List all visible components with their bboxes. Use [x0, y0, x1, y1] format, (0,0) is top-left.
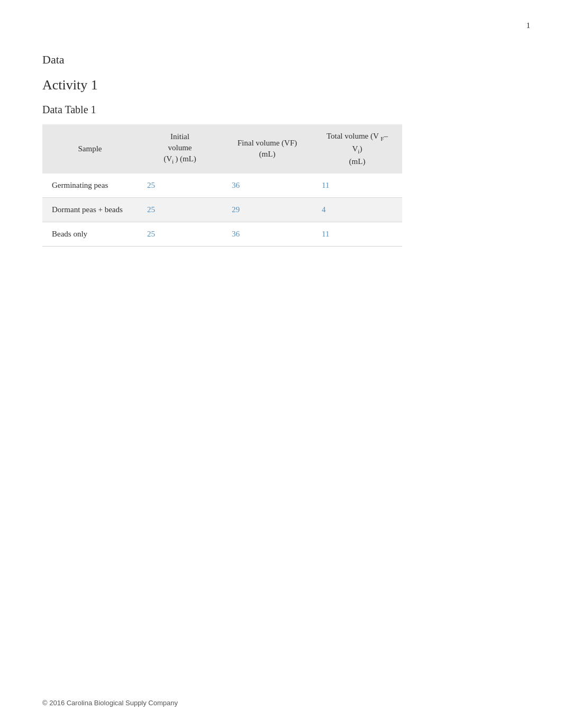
- table-row: Beads only 25 36 11: [42, 222, 402, 246]
- activity-heading: Activity 1: [42, 77, 520, 93]
- initial-germinating: 25: [138, 174, 222, 198]
- total-beads: 11: [312, 222, 402, 246]
- sample-dormant: Dormant peas + beads: [42, 197, 138, 222]
- page-number: 1: [527, 21, 531, 30]
- col-header-sample: Sample: [42, 124, 138, 174]
- col-header-initial: Initialvolume(Vi ) (mL): [138, 124, 222, 174]
- section-heading: Data: [42, 53, 520, 67]
- final-beads: 36: [222, 222, 312, 246]
- sample-germinating: Germinating peas: [42, 174, 138, 198]
- final-dormant: 29: [222, 197, 312, 222]
- col-header-final: Final volume (VF)(mL): [222, 124, 312, 174]
- final-germinating: 36: [222, 174, 312, 198]
- initial-dormant: 25: [138, 197, 222, 222]
- initial-beads: 25: [138, 222, 222, 246]
- col-header-total: Total volume (V F–Vi)(mL): [312, 124, 402, 174]
- sample-beads: Beads only: [42, 222, 138, 246]
- total-dormant: 4: [312, 197, 402, 222]
- footer-text: © 2016 Carolina Biological Supply Compan…: [42, 699, 178, 707]
- total-germinating: 11: [312, 174, 402, 198]
- data-table: Sample Initialvolume(Vi ) (mL) Final vol…: [42, 124, 402, 247]
- table-row: Dormant peas + beads 25 29 4: [42, 197, 402, 222]
- table-row: Germinating peas 25 36 11: [42, 174, 402, 198]
- table-heading: Data Table 1: [42, 104, 520, 116]
